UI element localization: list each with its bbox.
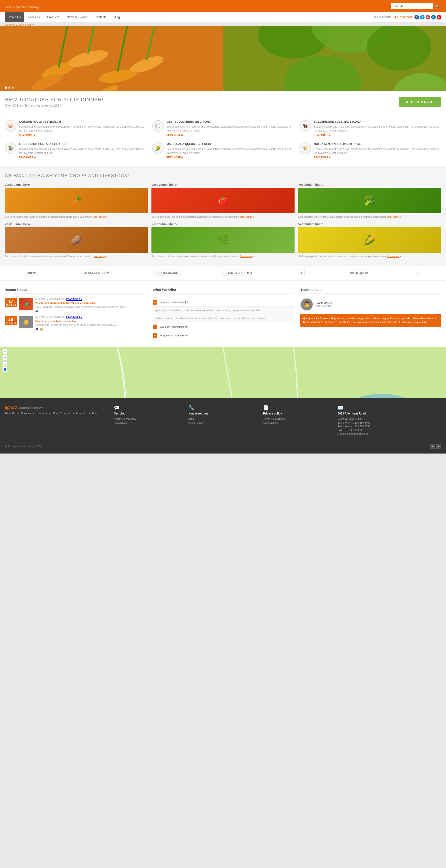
resources-icon: 🔧 [188,405,257,410]
footer-link-case-studies[interactable]: Case studies [263,421,332,424]
site-footer: agrico / agriculture company About Us • … [0,398,446,454]
footer-nav-contacts[interactable]: Contacts [76,412,86,416]
footer-link-ask-expert[interactable]: Ask an expert [188,421,257,424]
offer-item: − Vero nisl, porta velisenim. [153,298,294,307]
feature-item: 🌽 MALESUADA QUEUS EGET NIBH Sed ut persp… [152,143,294,159]
nav-contacts[interactable]: Contacts [91,12,110,22]
feature-content: SCELERISQUE EGET, MALESUADA Sed ut persp… [314,120,441,137]
read-more-link[interactable]: READ MORE ▶ [19,134,36,136]
offer-expand-btn[interactable]: + [153,324,157,329]
facebook-icon[interactable]: f [414,15,419,20]
read-more-link[interactable]: READ MORE ▶ [314,156,330,159]
footer-link-newsletters[interactable]: Newsletters [114,421,183,424]
crop-image-artichoke: 🥦 [298,188,441,213]
search-input[interactable] [391,3,433,9]
footer-nav-services[interactable]: Services [21,412,31,416]
footer-contact: ✉️ 6093 Allentown Road Glasgow, DG4 8RQ8… [338,405,441,436]
shop-tomatoes-button[interactable]: SHOP TOMATOES [399,97,441,107]
what-we-offer: What We Offer − Vero nisl, porta velisen… [153,288,294,340]
post-item: 28 DEC. 2014 👴 BY ADMIN • 3 COMMENTS • R… [5,316,146,331]
scroll-up-button[interactable]: ▲ [430,444,435,449]
map-person[interactable]: 👤 [2,367,7,372]
post-meta: BY ADMIN • 3 COMMENTS • READ MORE + [35,298,126,301]
twitter-icon[interactable]: t [420,15,425,20]
brand-brulex: brulex [25,270,38,276]
map-zoom-in[interactable]: + [2,349,7,354]
feature-title: SCELERISQUE EGET, MALESUADA [314,120,441,123]
footer-nav-blog[interactable]: Blog [92,412,97,416]
linkedin-icon[interactable]: in [431,15,436,20]
offer-expand-btn[interactable]: + [153,333,157,338]
support-label: 24/7 SUPPORT [374,16,391,19]
offer-expand-btn[interactable]: − [153,300,157,305]
read-more-link[interactable]: READ MORE + [66,316,82,319]
scroll-down-button[interactable]: ▼ [436,444,441,449]
footer-nav-about[interactable]: About Us [5,412,15,416]
social-icons: f t g in ▶ [414,15,441,20]
footer-contact-fax: FAX: +1 304 680 9090 [338,429,441,431]
hero-dot-3[interactable] [11,86,14,89]
map-zoom-out[interactable]: − [2,355,7,360]
read-more-link[interactable]: READ MORE ▶ [166,156,183,159]
feature-content: NULLA AENEAN NEC IPSUM PRIMIS Sed ut per… [314,143,441,159]
read-more-link[interactable]: READ MORE ▶ [314,134,330,136]
footer-contact-city: Glasgow, DG4 8RQ8 [338,417,441,420]
map-section: + − ⊞ 👤 [0,347,446,398]
hero-dot-1[interactable] [5,86,7,89]
crop-link[interactable]: lore, eaque [94,216,105,218]
footer-contact-address: 6093 Allentown Road [338,412,441,415]
youtube-icon[interactable]: ▶ [437,15,441,20]
googleplus-icon[interactable]: g [425,15,430,20]
logo-text: agrico [6,5,13,9]
video-icon: 🎥 [35,328,38,331]
nav-news[interactable]: News & Events [63,12,91,22]
crop-item: Vestibulum libero 🍅 Sed ut perspiciis is… [152,183,294,219]
post-thumbnail-person: 👴 [19,316,33,328]
crop-link[interactable]: lore, eaque [387,216,399,218]
footer-link-terms[interactable]: Terms & conditions [263,417,332,420]
cta-text: NEW TOMATOES FOR YOUR DINNER! Over 20 Ne… [5,97,103,107]
crop-link[interactable]: lore, eaque [94,255,105,258]
crop-image-corn: 🌽 [298,227,441,253]
post-meta: BY ADMIN • 3 COMMENTS • READ MORE + [35,316,118,319]
crop-label: Vestibulum libero [298,222,441,226]
crop-label: Vestibulum libero [5,183,148,186]
footer-link-jobs[interactable]: Jobs [188,417,257,420]
crop-link[interactable]: lore, eaque [387,255,399,258]
recent-posts-title: Recent Posts [5,288,146,294]
map-layers[interactable]: ⊞ [2,361,7,366]
post-title[interactable]: Vestibulum libero nisl, porta vel, scele… [35,302,126,304]
crop-link[interactable]: lore, eaque [241,255,252,258]
feature-icon-pig: 🐷 [5,120,16,132]
read-more-link[interactable]: READ MORE + [66,298,82,301]
footer-nav-products[interactable]: Products [37,412,47,416]
crops-headline: WE WANT TO RAISE YOUR CROPS AND LIVESTOC… [5,173,441,178]
footer-link-about-company[interactable]: About our company [114,417,183,420]
footer-nav-news[interactable]: News & Events [53,412,70,416]
contact-icon: ✉️ [338,405,441,410]
feature-title: MALESUADA QUEUS EGET NIBH [166,143,294,146]
hero-dot-2[interactable] [8,86,10,89]
offer-item: + Ferqunamus eget nibhiam. [153,331,294,340]
nav-services[interactable]: Services [24,12,43,22]
feature-text: Sed ut perspiciis iste natus error sit v… [19,147,147,155]
blog-icon: 💬 [114,405,183,410]
read-more-link[interactable]: READ MORE ▶ [19,156,36,159]
testimonial-person: 👨 Jack White THE FARMER [300,298,441,311]
testimonial-info: Jack White THE FARMER [315,301,332,308]
nav-about[interactable]: About Us [5,12,24,22]
nav-products[interactable]: Products [43,12,63,22]
read-more-link[interactable]: READ MORE ▶ [166,134,183,136]
nav-blog[interactable]: Blog [110,12,124,22]
feature-text: Sed ut perspiciis iste natus error sit v… [166,147,294,155]
footer-contact-phone1: Telephone: +1 800 559 6499 [338,421,441,424]
testimonial-quote: Quisque nulla. Viverra nisl, porta vel, … [300,314,441,327]
crop-link[interactable]: lore, eaque [241,216,252,218]
post-icons: 📷 [35,309,126,312]
crop-image-greens: 🌿 [152,227,294,253]
footer-brand: agrico / agriculture company About Us • … [5,405,108,436]
crop-label: Vestibulum libero [298,183,441,186]
footer-nav-links: About Us • Services • Products • News & … [5,412,108,416]
post-title[interactable]: Vivamus eget nibhiam cursus leo. [35,320,118,322]
search-button[interactable]: 🔍 [433,3,441,9]
